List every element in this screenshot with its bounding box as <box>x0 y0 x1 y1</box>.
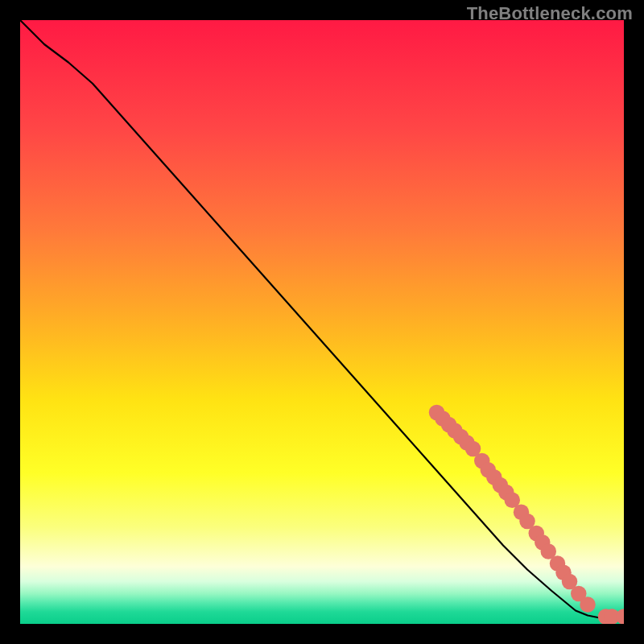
plot-area <box>20 20 624 624</box>
watermark-text: TheBottleneck.com <box>467 3 633 24</box>
plot-svg <box>20 20 624 624</box>
chart-stage: TheBottleneck.com <box>0 0 644 644</box>
curve-marker <box>580 597 596 613</box>
